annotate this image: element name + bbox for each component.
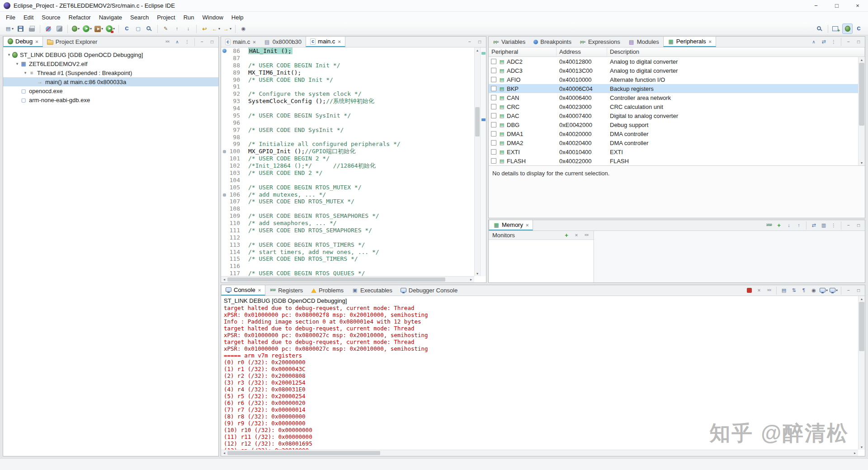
- peripheral-row[interactable]: ▤CAN0x40006400Controller area network: [489, 93, 858, 102]
- maximize-button[interactable]: □: [208, 38, 217, 47]
- view-menu-button[interactable]: ⋮: [829, 38, 838, 47]
- next-annotation-button[interactable]: ↓: [183, 24, 193, 34]
- code-line[interactable]: 109/* USER CODE BEGIN RTOS_SEMAPHORES */: [221, 212, 474, 220]
- debug-perspective-button[interactable]: [842, 24, 853, 34]
- code-line[interactable]: 116: [221, 263, 474, 270]
- menu-navigate[interactable]: Navigate: [95, 13, 126, 22]
- memory-monitors-list[interactable]: [489, 240, 594, 282]
- mark-occurrences-button[interactable]: ✎: [160, 24, 171, 34]
- minimize-button[interactable]: −: [844, 221, 853, 230]
- expand-arrow-icon[interactable]: ▾: [14, 61, 20, 66]
- forward-button[interactable]: →▾: [222, 24, 232, 34]
- window-close-button[interactable]: ×: [847, 0, 868, 11]
- tab-debug[interactable]: Debug×: [3, 37, 43, 47]
- scroll-up-icon[interactable]: ▲: [475, 47, 480, 53]
- peripheral-checkbox[interactable]: [491, 104, 496, 109]
- tab-expressions[interactable]: (x)=Expressions: [576, 37, 624, 47]
- peripheral-row[interactable]: ▤FLASH0x40022000FLASH: [489, 156, 858, 165]
- add-monitor-button[interactable]: +: [562, 231, 571, 240]
- peripheral-checkbox[interactable]: [491, 131, 496, 136]
- maximize-button[interactable]: □: [854, 38, 863, 47]
- code-line[interactable]: 104: [221, 177, 474, 184]
- scroll-down-icon[interactable]: ▼: [859, 160, 865, 165]
- code-line[interactable]: 103/* USER CODE END 2 */: [221, 169, 474, 177]
- code-line[interactable]: 112: [221, 234, 474, 241]
- peripheral-row[interactable]: ▤ADC20x40012800Analog to digital convert…: [489, 57, 858, 66]
- split-button[interactable]: ▥: [819, 221, 828, 230]
- scroll-up-icon[interactable]: ▲: [859, 296, 865, 301]
- new-rendering-button[interactable]: +: [774, 221, 783, 230]
- coverage-button[interactable]: ▾: [94, 24, 104, 34]
- pin-console-button[interactable]: ◉: [809, 286, 818, 295]
- peripheral-row[interactable]: ▤CRC0x40023000CRC calculation unit: [489, 102, 858, 111]
- search-button[interactable]: [815, 24, 825, 34]
- code-line[interactable]: 113/* USER CODE BEGIN RTOS_TIMERS */: [221, 241, 474, 249]
- export-button[interactable]: ↓: [784, 221, 793, 230]
- code-line[interactable]: 93SystemClock_Config ();//系统时钟初始化: [221, 98, 474, 105]
- code-line[interactable]: 90/* USER CODE END Init */: [221, 76, 474, 84]
- peripheral-checkbox[interactable]: [491, 68, 496, 73]
- last-edit-button[interactable]: ↩: [199, 24, 210, 34]
- peripheral-checkbox[interactable]: [491, 59, 496, 64]
- search-button[interactable]: [144, 24, 155, 34]
- close-tab-icon[interactable]: ×: [258, 287, 261, 293]
- tab-registers[interactable]: 1010Registers: [265, 285, 307, 296]
- code-line[interactable]: 100MX_GPIO_Init ();//GPIO端口初始化: [221, 148, 474, 155]
- view-menu-button[interactable]: ⋮: [183, 38, 192, 47]
- debug-tree-item[interactable]: ▢openocd.exe: [3, 86, 218, 95]
- open-perspective-button[interactable]: [831, 24, 841, 34]
- remove-all-monitors-button[interactable]: ××: [582, 231, 591, 240]
- debug-tree-item[interactable]: ▾ST_LINK DEBUG [GDB OpenOCD Debugging]: [3, 50, 218, 59]
- debug-tree-item[interactable]: ▢arm-none-eabi-gdb.exe: [3, 95, 218, 104]
- peripheral-checkbox[interactable]: [491, 158, 496, 164]
- column-header-description[interactable]: Description: [607, 47, 865, 56]
- scroll-right-icon[interactable]: ▸: [852, 450, 858, 456]
- code-line[interactable]: 88/* USER CODE BEGIN Init */: [221, 62, 474, 69]
- code-line[interactable]: 105/* USER CODE BEGIN RTOS_MUTEX */: [221, 184, 474, 191]
- tab-problems[interactable]: Problems: [307, 285, 348, 296]
- peripherals-scrollbar[interactable]: ▲ ▼: [858, 57, 865, 165]
- menu-refactor[interactable]: Refactor: [65, 13, 95, 22]
- code-line[interactable]: 107/* USER CODE END RTOS_MUTEX */: [221, 198, 474, 205]
- scroll-left-icon[interactable]: ◂: [221, 450, 227, 456]
- open-console-button[interactable]: ▾: [829, 286, 838, 295]
- code-line[interactable]: 86HAL_Init ();: [221, 47, 474, 55]
- code-line[interactable]: 87: [221, 55, 474, 62]
- menu-file[interactable]: File: [2, 13, 19, 22]
- import-button[interactable]: ↑: [794, 221, 803, 230]
- menu-edit[interactable]: Edit: [19, 13, 38, 22]
- menu-project[interactable]: Project: [153, 13, 179, 22]
- cpp-perspective-button[interactable]: C: [854, 24, 864, 34]
- run-button[interactable]: ▾: [82, 24, 93, 34]
- save-button[interactable]: [15, 24, 26, 34]
- expand-arrow-icon[interactable]: ▾: [22, 70, 28, 75]
- code-line[interactable]: 95/* USER CODE BEGIN SysInit */: [221, 112, 474, 119]
- menu-window[interactable]: Window: [198, 13, 227, 22]
- remove-all-button[interactable]: ××: [764, 286, 774, 295]
- window-minimize-button[interactable]: −: [806, 0, 826, 11]
- tab-main-c[interactable]: cmain.c×: [221, 37, 260, 47]
- tab-modules[interactable]: ▤Modules: [624, 37, 663, 47]
- menu-run[interactable]: Run: [179, 13, 198, 22]
- display-console-button[interactable]: ▾: [819, 286, 828, 295]
- debug-tree-item[interactable]: →main() at main.c:86 0x800033a: [3, 77, 218, 86]
- code-line[interactable]: 99/* Initialize all configured periphera…: [221, 141, 474, 148]
- code-line[interactable]: 98: [221, 134, 474, 141]
- peripheral-checkbox[interactable]: [491, 86, 496, 91]
- code-line[interactable]: 94: [221, 105, 474, 112]
- clear-console-button[interactable]: ▤: [779, 286, 788, 295]
- remove-all-button[interactable]: ××: [163, 38, 172, 47]
- tab-project-explorer[interactable]: Project Explorer: [43, 37, 101, 47]
- scroll-right-icon[interactable]: ▸: [468, 277, 474, 282]
- open-element-button[interactable]: ▢: [133, 24, 143, 34]
- remove-monitor-button[interactable]: ×: [572, 231, 581, 240]
- code-line[interactable]: 92/* Configure the system clock */: [221, 90, 474, 98]
- scrollbar-thumb[interactable]: [859, 302, 864, 351]
- expand-arrow-icon[interactable]: ▾: [6, 52, 12, 57]
- skip-breakpoints-button[interactable]: [43, 24, 53, 34]
- peripheral-checkbox[interactable]: [491, 113, 496, 118]
- scrollbar-thumb[interactable]: [227, 277, 445, 282]
- new-c-project-button[interactable]: C: [122, 24, 132, 34]
- peripheral-row[interactable]: ▤BKP0x40006C04Backup registers: [489, 84, 858, 93]
- peripherals-table-header[interactable]: Peripheral Address Description: [489, 47, 865, 57]
